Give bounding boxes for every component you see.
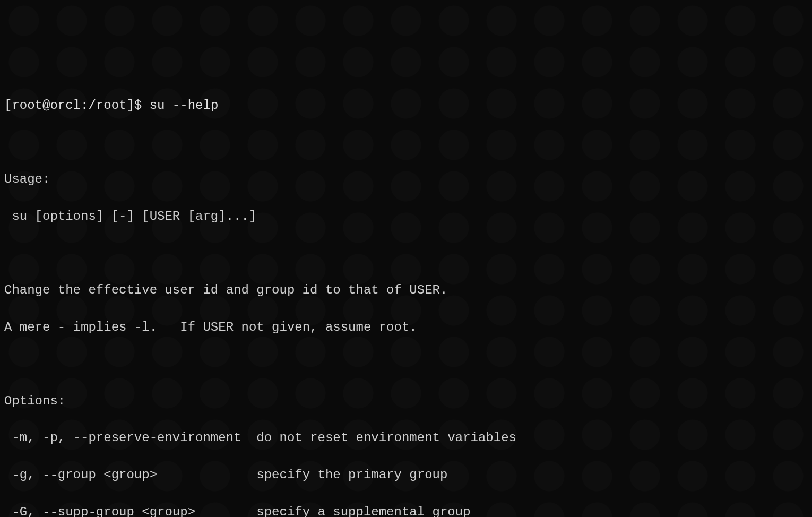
options-header: Options: xyxy=(4,392,808,411)
blank-line xyxy=(4,134,808,152)
option-group: -g, --group <group> specify the primary … xyxy=(4,466,808,485)
option-supp-group: -G, --supp-group <group> specify a suppl… xyxy=(4,503,808,517)
usage-header: Usage: xyxy=(4,170,808,189)
entered-command: su --help xyxy=(150,98,219,113)
description-line-2: A mere - implies -l. If USER not given, … xyxy=(4,318,808,337)
option-preserve-environment: -m, -p, --preserve-environment do not re… xyxy=(4,429,808,447)
description-line-1: Change the effective user id and group i… xyxy=(4,281,808,300)
blank-line xyxy=(4,244,808,263)
usage-line: su [options] [-] [USER [arg]...] xyxy=(4,208,808,226)
terminal-output[interactable]: [root@orcl:/root]$ su --help Usage: su [… xyxy=(4,78,808,517)
blank-line xyxy=(4,355,808,374)
shell-prompt: [root@orcl:/root]$ xyxy=(4,98,150,113)
prompt-line: [root@orcl:/root]$ su --help xyxy=(4,97,808,115)
